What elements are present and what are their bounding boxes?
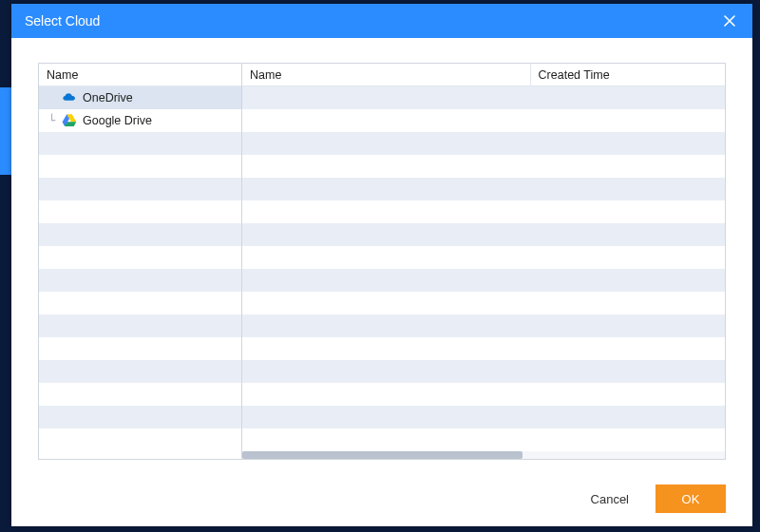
cloud-tree-rows: OneDrive└Google Drive bbox=[39, 86, 241, 459]
horizontal-scrollbar-thumb[interactable] bbox=[242, 451, 522, 459]
empty-row bbox=[39, 132, 241, 155]
list-row bbox=[242, 246, 725, 269]
list-row bbox=[242, 406, 725, 428]
onedrive-icon bbox=[62, 90, 77, 105]
left-header-name[interactable]: Name bbox=[39, 64, 241, 86]
close-icon bbox=[724, 15, 735, 27]
list-row bbox=[242, 292, 725, 314]
cloud-item-onedrive[interactable]: OneDrive bbox=[39, 86, 241, 109]
list-row bbox=[242, 223, 725, 246]
list-row bbox=[242, 109, 725, 132]
dialog-titlebar: Select Cloud bbox=[11, 4, 752, 38]
cancel-button[interactable]: Cancel bbox=[574, 484, 646, 513]
empty-row bbox=[39, 246, 241, 269]
list-row bbox=[242, 178, 725, 200]
dialog-footer: Cancel OK bbox=[11, 471, 752, 526]
horizontal-scrollbar[interactable] bbox=[242, 451, 725, 459]
cloud-item-label: OneDrive bbox=[83, 86, 133, 109]
empty-row bbox=[39, 292, 241, 314]
gdrive-icon bbox=[62, 113, 77, 128]
empty-row bbox=[39, 178, 241, 200]
list-row bbox=[242, 360, 725, 383]
dialog-body: Name OneDrive└Google Drive Name Created … bbox=[11, 38, 752, 471]
list-row bbox=[242, 86, 725, 109]
list-row bbox=[242, 269, 725, 292]
cloud-tree-pane: Name OneDrive└Google Drive bbox=[39, 64, 242, 459]
dialog-title: Select Cloud bbox=[25, 13, 720, 28]
list-row bbox=[242, 155, 725, 178]
right-header-created[interactable]: Created Time bbox=[531, 64, 725, 86]
right-header-name[interactable]: Name bbox=[242, 64, 531, 86]
empty-row bbox=[39, 223, 241, 246]
list-row bbox=[242, 383, 725, 406]
cloud-item-label: Google Drive bbox=[83, 109, 152, 132]
empty-row bbox=[39, 360, 241, 383]
select-cloud-dialog: Select Cloud Name OneDrive└Google Drive … bbox=[11, 4, 752, 526]
empty-row bbox=[39, 337, 241, 360]
list-row bbox=[242, 132, 725, 155]
panes-container: Name OneDrive└Google Drive Name Created … bbox=[38, 63, 726, 460]
empty-row bbox=[39, 269, 241, 292]
file-list-pane: Name Created Time bbox=[242, 64, 725, 459]
empty-row bbox=[39, 155, 241, 178]
tree-line: └ bbox=[48, 109, 62, 132]
empty-row bbox=[39, 200, 241, 223]
right-header-row: Name Created Time bbox=[242, 64, 725, 86]
list-row bbox=[242, 337, 725, 360]
file-list-rows bbox=[242, 86, 725, 451]
empty-row bbox=[39, 406, 241, 428]
background-sidebar-sliver bbox=[0, 87, 11, 175]
empty-row bbox=[39, 314, 241, 337]
ok-button[interactable]: OK bbox=[656, 484, 726, 513]
close-button[interactable] bbox=[720, 11, 739, 30]
list-row bbox=[242, 200, 725, 223]
left-header-row: Name bbox=[39, 64, 241, 86]
empty-row bbox=[39, 383, 241, 406]
cloud-item-google-drive[interactable]: └Google Drive bbox=[39, 109, 241, 132]
list-row bbox=[242, 314, 725, 337]
